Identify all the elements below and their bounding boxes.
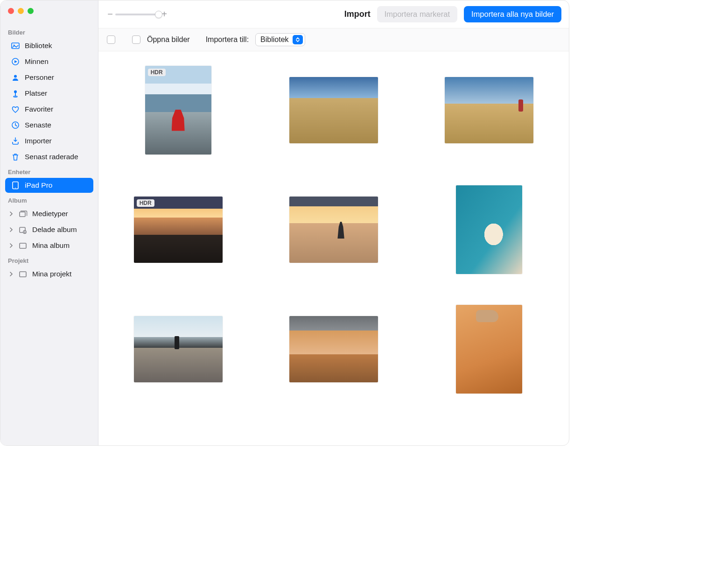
memories-icon: [11, 57, 20, 66]
project-icon: [18, 269, 28, 279]
sidebar-item-label: Mina projekt: [32, 270, 71, 278]
sidebar-item-personer[interactable]: Personer: [5, 70, 93, 85]
sidebar-item-label: iPad Pro: [25, 181, 52, 190]
toolbar: − + Import Importera markerat Importera …: [98, 0, 569, 28]
sidebar-item-importer[interactable]: Importer: [5, 134, 93, 148]
sidebar-section-projekt: Projekt: [0, 253, 98, 266]
photo-thumbnail[interactable]: [289, 316, 378, 382]
import-options-bar: Öppna bilder Importera till: Bibliotek: [98, 28, 569, 51]
chevron-right-icon[interactable]: [8, 242, 14, 249]
photo-thumbnail[interactable]: [456, 185, 522, 274]
chevron-right-icon[interactable]: [8, 271, 14, 277]
svg-point-13: [24, 231, 25, 232]
photo-thumbnail[interactable]: [289, 77, 378, 143]
photo-thumbnail[interactable]: [456, 305, 522, 394]
sidebar-item-platser[interactable]: Platser: [5, 86, 93, 101]
chevron-right-icon[interactable]: [8, 211, 14, 217]
photo-thumbnail[interactable]: HDR: [134, 197, 223, 263]
sidebar-item-minnen[interactable]: Minnen: [5, 54, 93, 69]
chevron-right-icon[interactable]: [8, 226, 14, 233]
hdr-badge: HDR: [137, 199, 154, 207]
chevron-updown-icon: [293, 35, 303, 44]
zoom-slider[interactable]: − +: [107, 9, 168, 20]
sidebar-item-label: Personer: [25, 73, 54, 82]
shared-album-icon: [18, 225, 28, 234]
maximize-window-button[interactable]: [28, 8, 34, 14]
sidebar-item-label: Delade album: [32, 225, 77, 234]
main-pane: − + Import Importera markerat Importera …: [98, 0, 569, 445]
sidebar-item-mina-album[interactable]: Mina album: [5, 238, 93, 253]
zoom-thumb[interactable]: [155, 11, 162, 18]
sidebar-item-label: Senaste: [25, 121, 51, 129]
album-icon: [18, 241, 28, 250]
sidebar-section-album: Album: [0, 193, 98, 206]
svg-rect-15: [20, 272, 26, 277]
destination-select[interactable]: Bibliotek: [255, 33, 305, 46]
zoom-out-icon[interactable]: −: [107, 9, 113, 20]
sidebar-item-senast-raderade[interactable]: Senast raderade: [5, 149, 93, 164]
sidebar-item-label: Platser: [25, 89, 47, 98]
zoom-track[interactable]: [115, 14, 159, 15]
destination-label: Importera till:: [206, 35, 249, 44]
library-icon: [11, 41, 20, 50]
photo-thumbnail[interactable]: HDR: [145, 66, 211, 155]
window-controls: [0, 8, 98, 25]
sidebar-item-mina-projekt[interactable]: Mina projekt: [5, 267, 93, 282]
open-photos-checkbox[interactable]: [132, 35, 140, 44]
photo-thumbnail[interactable]: [134, 316, 223, 382]
sidebar-item-favoriter[interactable]: Favoriter: [5, 102, 93, 117]
svg-point-3: [14, 75, 17, 78]
sidebar-item-medietyper[interactable]: Medietyper: [5, 206, 93, 221]
sidebar-item-label: Favoriter: [25, 105, 53, 113]
select-all-checkbox[interactable]: [107, 35, 115, 44]
close-window-button[interactable]: [8, 8, 14, 14]
import-selected-button[interactable]: Importera markerat: [377, 6, 457, 22]
clock-icon: [11, 120, 20, 130]
location-icon: [11, 89, 20, 98]
sidebar-item-ipad-pro[interactable]: iPad Pro: [5, 178, 93, 193]
sidebar-section-enheter: Enheter: [0, 165, 98, 177]
minimize-window-button[interactable]: [18, 8, 24, 14]
stack-icon: [18, 209, 28, 218]
svg-point-9: [15, 188, 16, 189]
import-icon: [11, 136, 20, 146]
import-all-button[interactable]: Importera alla nya bilder: [464, 6, 561, 22]
sidebar-item-label: Minnen: [25, 57, 49, 66]
people-icon: [11, 73, 20, 82]
trash-icon: [11, 152, 20, 162]
sidebar-section-bilder: Bilder: [0, 25, 98, 38]
sidebar-item-delade-album[interactable]: Delade album: [5, 222, 93, 237]
svg-rect-14: [20, 243, 26, 248]
sidebar-item-bibliotek[interactable]: Bibliotek: [5, 38, 93, 53]
svg-point-4: [14, 91, 17, 93]
sidebar-item-senaste[interactable]: Senaste: [5, 118, 93, 133]
photo-thumbnail[interactable]: [445, 77, 533, 143]
sidebar-item-label: Bibliotek: [25, 42, 52, 50]
sidebar: Bilder Bibliotek Minnen Personer Platser…: [0, 0, 98, 445]
hdr-badge: HDR: [148, 69, 166, 76]
open-photos-label: Öppna bilder: [147, 35, 190, 44]
ipad-icon: [11, 181, 20, 190]
sidebar-item-label: Importer: [25, 137, 52, 145]
heart-icon: [11, 105, 20, 114]
sidebar-item-label: Senast raderade: [25, 153, 78, 161]
svg-rect-10: [20, 212, 25, 217]
photo-grid: HDR HDR: [98, 51, 569, 445]
photo-thumbnail[interactable]: [289, 197, 378, 263]
destination-value: Bibliotek: [260, 35, 288, 44]
page-title: Import: [344, 9, 371, 19]
sidebar-item-label: Medietyper: [32, 210, 68, 218]
sidebar-item-label: Mina album: [32, 241, 70, 250]
